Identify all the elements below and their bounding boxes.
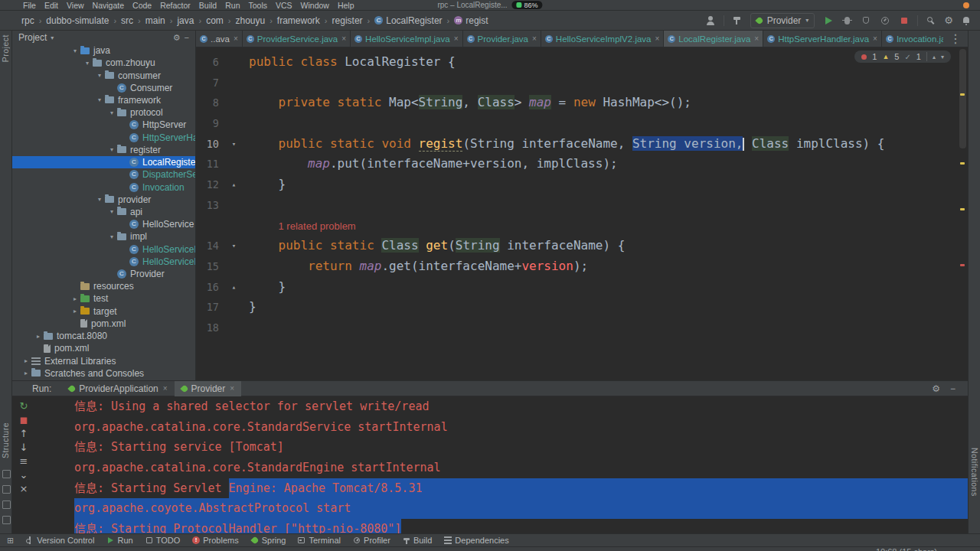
gear-icon[interactable]: ⚙ xyxy=(173,33,181,43)
code-text[interactable] xyxy=(249,318,957,338)
toolwindow-button-todo[interactable]: TODO xyxy=(145,536,181,545)
warning-stripe-mark[interactable] xyxy=(960,162,965,165)
fold-up-icon[interactable]: ▴ xyxy=(219,174,249,195)
tree-item-target[interactable]: ▸target xyxy=(12,305,195,318)
tree-item-pom-xml[interactable]: pom.xml xyxy=(12,318,195,330)
breadcrumb-item-localregister[interactable]: CLocalRegister xyxy=(374,15,442,26)
tree-item-comsumer[interactable]: ▾comsumer xyxy=(12,69,195,81)
tree-item-provider[interactable]: ▾provider xyxy=(12,194,195,206)
scrollbar-thumb[interactable] xyxy=(959,49,966,148)
fold-down-icon[interactable]: ▾ xyxy=(219,236,249,256)
scroll-end-icon[interactable]: ⌄ xyxy=(20,470,28,480)
tree-item-helloserviceimple[interactable]: CHelloServiceImple xyxy=(12,256,195,268)
toolwindow-button-terminal[interactable]: Terminal xyxy=(298,536,341,545)
tree-item-register[interactable]: ▾register xyxy=(12,144,195,156)
tool-stripe-structure[interactable]: Structure xyxy=(1,422,10,458)
code-text[interactable]: } xyxy=(249,297,957,318)
project-panel-title[interactable]: Project xyxy=(18,32,47,43)
code-text[interactable] xyxy=(249,113,957,134)
close-icon[interactable]: × xyxy=(873,34,877,43)
code-text[interactable]: } xyxy=(249,174,957,195)
menu-help[interactable]: Help xyxy=(338,1,354,10)
chevron-down-icon[interactable]: ▾ xyxy=(107,233,116,240)
code-text[interactable]: } xyxy=(249,277,957,298)
menu-vcs[interactable]: VCS xyxy=(276,1,292,10)
tool-windows-grid-icon[interactable]: ⊞ xyxy=(7,536,14,546)
tab-helloserviceimpl-java[interactable]: CHelloServiceImpl.java× xyxy=(351,31,462,47)
close-icon[interactable]: × xyxy=(454,34,459,43)
breadcrumb-item-dubbo-simulate[interactable]: dubbo-simulate xyxy=(46,15,109,26)
tab-ava[interactable]: C..ava× xyxy=(196,31,243,47)
breadcrumb-item-src[interactable]: src xyxy=(121,15,133,26)
tool-stripe-icon[interactable] xyxy=(2,470,11,478)
close-icon[interactable]: × xyxy=(655,34,659,43)
tool-stripe-icon[interactable] xyxy=(2,516,11,524)
toolwindow-button-dependencies[interactable]: Dependencies xyxy=(444,536,508,545)
fold-down-icon[interactable]: ▾ xyxy=(219,134,249,155)
tree-item-protocol[interactable]: ▾protocol xyxy=(12,106,195,119)
toolwindow-button-problems[interactable]: Problems xyxy=(192,536,238,545)
chevron-down-icon[interactable]: ▾ xyxy=(95,72,104,79)
tab-helloserviceimplv2-java[interactable]: CHelloServiceImplV2.java× xyxy=(541,31,664,47)
prev-problem-icon[interactable]: ▴ xyxy=(933,54,936,60)
chevron-down-icon[interactable]: ▾ xyxy=(107,208,116,215)
menu-edit[interactable]: Edit xyxy=(44,1,58,10)
down-stack-icon[interactable]: ↓ xyxy=(20,442,28,452)
code-text[interactable] xyxy=(249,195,957,216)
tree-item-pom-xml[interactable]: pom.xml xyxy=(12,342,195,354)
hide-panel-icon[interactable]: − xyxy=(950,383,956,394)
user-icon[interactable] xyxy=(704,15,717,27)
toolwindow-button-spring[interactable]: Spring xyxy=(251,536,286,545)
code-editor[interactable]: 6public class LocalRegister {78 private … xyxy=(196,47,968,380)
tree-item-localregister[interactable]: CLocalRegister xyxy=(12,156,195,168)
breadcrumb-item-zhouyu[interactable]: zhouyu xyxy=(235,15,265,26)
tool-stripe-icon[interactable] xyxy=(2,485,11,494)
error-stripe-mark[interactable] xyxy=(960,264,965,266)
code-text[interactable]: return map.get(interfaceName+version); xyxy=(249,256,957,277)
toolwindow-button-profiler[interactable]: Profiler xyxy=(353,536,390,545)
code-text[interactable]: public class LocalRegister { xyxy=(249,52,957,73)
tree-item-com-zhouyu[interactable]: ▾com.zhouyu xyxy=(12,57,195,69)
tool-stripe-icon[interactable] xyxy=(2,500,11,509)
chevron-right-icon[interactable]: ▸ xyxy=(34,333,43,340)
menu-window[interactable]: Window xyxy=(301,1,329,10)
close-icon[interactable]: × xyxy=(754,34,759,43)
gear-icon[interactable]: ⚙ xyxy=(932,383,940,394)
chevron-right-icon[interactable]: ▸ xyxy=(21,370,31,377)
tree-item-helloserviceimple[interactable]: CHelloServiceImple xyxy=(12,243,195,256)
tree-item-api[interactable]: ▾api xyxy=(12,206,195,218)
chevron-down-icon[interactable]: ▾ xyxy=(51,34,54,41)
tree-item-framework[interactable]: ▾framework xyxy=(12,94,195,106)
run-button[interactable] xyxy=(822,15,834,27)
soft-wrap-icon[interactable]: ≡ xyxy=(20,456,28,466)
tree-item-tomcat-8080[interactable]: ▸tomcat.8080 xyxy=(12,330,195,342)
tree-item-scratches-and-consoles[interactable]: ▸Scratches and Consoles xyxy=(12,367,195,380)
menu-tools[interactable]: Tools xyxy=(248,1,267,10)
tab-overflow-icon[interactable]: ⋮ xyxy=(943,31,968,47)
tree-item-external-libraries[interactable]: ▸External Libraries xyxy=(12,354,195,367)
tree-item-dispatcherservle[interactable]: CDispatcherServle xyxy=(12,168,195,181)
breadcrumb-item-rpc[interactable]: rpc xyxy=(21,15,34,26)
tree-item-helloservice[interactable]: CHelloService xyxy=(12,218,195,230)
warning-stripe-mark[interactable] xyxy=(960,208,965,210)
menu-navigate[interactable]: Navigate xyxy=(93,1,124,10)
tree-item-invocation[interactable]: CInvocation xyxy=(12,181,195,193)
close-icon[interactable]: × xyxy=(234,34,238,43)
run-config-selector[interactable]: Provider ▾ xyxy=(750,13,815,28)
tool-stripe-project[interactable]: Project xyxy=(1,34,10,62)
menu-run[interactable]: Run xyxy=(225,1,240,10)
next-problem-icon[interactable]: ▾ xyxy=(941,54,944,60)
chevron-right-icon[interactable]: ▸ xyxy=(70,295,80,302)
chevron-down-icon[interactable]: ▾ xyxy=(70,47,80,54)
coverage-button[interactable] xyxy=(860,15,872,27)
tab-httpserverhandler-java[interactable]: CHttpServerHandler.java× xyxy=(763,31,882,47)
debug-button[interactable] xyxy=(841,15,853,27)
close-icon[interactable]: × xyxy=(532,34,537,43)
search-icon[interactable] xyxy=(925,15,937,27)
close-icon[interactable]: × xyxy=(230,384,234,393)
chevron-down-icon[interactable]: ▾ xyxy=(107,109,116,116)
tab-localregister-java[interactable]: CLocalRegister.java× xyxy=(664,31,763,47)
breadcrumb-item-main[interactable]: main xyxy=(145,15,165,26)
warning-stripe-mark[interactable] xyxy=(960,93,965,96)
breadcrumb-item-java[interactable]: java xyxy=(177,15,194,26)
